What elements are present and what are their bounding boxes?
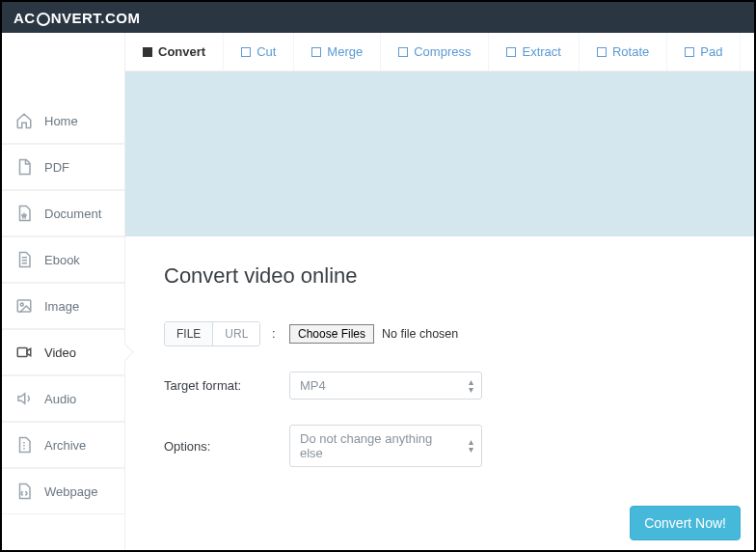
sidebar-item-label: Webpage — [44, 484, 97, 499]
svg-rect-0 — [17, 300, 31, 312]
ad-banner — [125, 71, 754, 236]
sidebar-item-label: Audio — [44, 392, 76, 406]
topbar: AC NVERT.COM — [2, 2, 754, 33]
sidebar-item-label: PDF — [44, 160, 69, 175]
tab-label: Pad — [700, 44, 722, 59]
options-label: Options: — [164, 439, 289, 454]
tab-label: Merge — [327, 44, 363, 59]
options-select[interactable]: Do not change anything else ▴▾ — [289, 425, 482, 467]
action-tabs: Convert Cut Merge Compress Extract Rotat… — [125, 33, 754, 71]
svg-point-1 — [20, 303, 23, 306]
sidebar-item-home[interactable]: Home — [2, 98, 124, 144]
chevron-updown-icon: ▴▾ — [469, 438, 473, 454]
tab-label: Rotate — [612, 44, 649, 59]
doc-icon — [15, 205, 33, 222]
sidebar-item-ebook[interactable]: Ebook — [2, 236, 124, 283]
tab-marker-icon — [143, 47, 152, 57]
home-icon — [15, 112, 33, 129]
ebook-icon — [15, 251, 33, 268]
sidebar-item-image[interactable]: Image — [2, 283, 124, 329]
source-toggle: FILE URL — [164, 321, 260, 346]
audio-icon — [15, 390, 33, 407]
tab-rotate[interactable]: Rotate — [580, 33, 667, 70]
tab-label: Cut — [256, 44, 276, 59]
tab-label: Convert — [158, 44, 205, 59]
target-format-value: MP4 — [300, 378, 326, 393]
tab-marker-icon — [685, 47, 694, 57]
tab-merge[interactable]: Merge — [294, 33, 381, 70]
sidebar-item-pdf[interactable]: PDF — [2, 144, 124, 190]
image-icon — [15, 297, 33, 315]
no-file-text: No file chosen — [382, 327, 458, 341]
sidebar-item-label: Document — [44, 207, 101, 221]
tab-marker-icon — [241, 47, 251, 57]
brand-ring-icon — [37, 13, 50, 26]
sidebar-item-document[interactable]: Document — [2, 190, 124, 236]
archive-icon — [15, 436, 33, 454]
target-format-select[interactable]: MP4 ▴▾ — [289, 372, 482, 400]
source-file-button[interactable]: FILE — [165, 322, 212, 345]
choose-files-button[interactable]: Choose Files — [289, 324, 374, 344]
sidebar-item-label: Video — [44, 345, 76, 360]
video-icon — [15, 344, 33, 361]
svg-rect-2 — [17, 348, 27, 357]
sidebar-item-audio[interactable]: Audio — [2, 375, 124, 422]
convert-now-button[interactable]: Convert Now! — [630, 506, 741, 540]
tab-marker-icon — [398, 47, 408, 57]
tab-convert[interactable]: Convert — [125, 33, 224, 70]
tab-label: Extract — [522, 44, 560, 59]
sidebar-item-label: Image — [44, 299, 79, 314]
tab-cut[interactable]: Cut — [224, 33, 294, 70]
chevron-updown-icon: ▴▾ — [469, 378, 473, 394]
sidebar-item-label: Ebook — [44, 253, 80, 267]
sidebar-item-archive[interactable]: Archive — [2, 422, 124, 468]
brand-pre: AC — [14, 10, 36, 26]
tab-marker-icon — [506, 47, 516, 57]
tab-pad[interactable]: Pad — [667, 33, 741, 70]
page-title: Convert video online — [164, 263, 716, 289]
target-format-label: Target format: — [164, 378, 289, 393]
sidebar-item-label: Archive — [44, 438, 86, 453]
source-url-button[interactable]: URL — [212, 322, 259, 345]
colon: : — [272, 326, 276, 341]
sidebar-item-label: Home — [44, 114, 78, 128]
pdf-icon — [15, 158, 33, 176]
webpage-icon — [15, 483, 33, 500]
sidebar: Home PDF Document Ebook Image Video — [2, 33, 125, 550]
tab-marker-icon — [597, 47, 607, 57]
tab-compress[interactable]: Compress — [381, 33, 489, 70]
sidebar-item-video[interactable]: Video — [2, 329, 124, 375]
brand-post: NVERT.COM — [51, 10, 141, 26]
tab-extract[interactable]: Extract — [489, 33, 579, 70]
tab-label: Compress — [414, 44, 471, 59]
tab-marker-icon — [311, 47, 321, 57]
options-value: Do not change anything else — [300, 431, 432, 460]
sidebar-item-webpage[interactable]: Webpage — [2, 468, 124, 514]
